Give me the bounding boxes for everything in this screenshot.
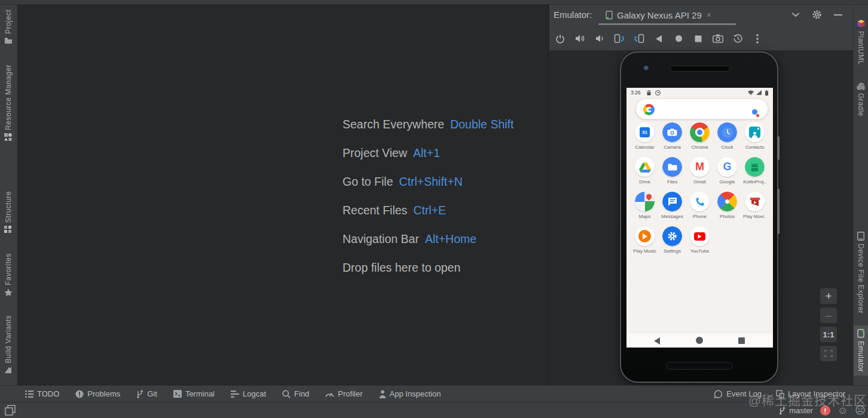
gear-icon[interactable] <box>812 10 822 20</box>
drive-app-icon <box>635 157 655 177</box>
sidebar-item-device-file-explorer[interactable]: Device File Explorer <box>854 232 868 314</box>
emulator-zoom-controls: + – 1:1 <box>818 288 839 361</box>
toolwindow-event-log[interactable]: Event Log <box>714 389 762 398</box>
zoom-out-button[interactable]: – <box>820 308 837 323</box>
app-drive[interactable]: Drive <box>631 156 659 190</box>
app-label: Maps <box>639 214 651 219</box>
youtube-app-icon <box>690 226 710 246</box>
actual-size-button[interactable]: 1:1 <box>820 327 837 342</box>
maps-app-icon: G <box>635 192 655 211</box>
folder-icon <box>4 37 13 44</box>
app-label: KotlinProj.. <box>743 179 766 185</box>
assistant-mic-icon[interactable] <box>752 106 759 117</box>
happy-face-icon[interactable]: ☺ <box>838 405 848 416</box>
app-inspection-icon <box>379 390 386 398</box>
toolwindow-terminal[interactable]: Terminal <box>173 389 215 398</box>
toolwindow-problems[interactable]: Problems <box>75 389 120 398</box>
app-google[interactable]: G Google <box>714 156 741 190</box>
google-search-bar[interactable] <box>635 99 768 119</box>
volume-up-icon[interactable] <box>574 33 586 45</box>
app-play-music[interactable]: Play Music <box>631 225 659 260</box>
toolwindow-find[interactable]: Find <box>282 389 309 398</box>
toolwindow-layout-inspector[interactable]: Layout Inspector <box>776 389 845 398</box>
toolwindow-git[interactable]: Git <box>136 389 157 398</box>
app-label: Camera <box>664 145 680 150</box>
app-play-movies[interactable]: Play Movi.. <box>741 190 769 225</box>
app-files[interactable]: Files <box>659 156 686 190</box>
sidebar-item-structure[interactable]: Structure <box>0 191 16 233</box>
toolwindow-profiler[interactable]: Profiler <box>325 389 362 398</box>
app-kotlinproj[interactable]: KotlinProj.. <box>741 156 769 190</box>
app-photos[interactable]: Photos <box>714 190 741 225</box>
rotate-right-icon[interactable] <box>633 33 645 45</box>
app-label: Chrome <box>691 145 708 150</box>
app-calendar[interactable]: 31 Calendar <box>631 121 659 156</box>
profiler-icon <box>325 391 334 397</box>
sidebar-item-build-variants[interactable]: Build Variants <box>0 315 16 374</box>
drop-files-hint: Drop files here to open <box>343 253 460 282</box>
build-variants-icon <box>4 366 12 374</box>
sidebar-item-project[interactable]: Project <box>0 10 16 44</box>
app-chrome[interactable]: Chrome <box>686 121 714 156</box>
editor-area[interactable]: Search EverywhereDouble Shift Project Vi… <box>17 5 548 385</box>
app-phone[interactable]: Phone <box>686 190 714 225</box>
problems-icon <box>75 390 84 398</box>
volume-down-icon[interactable] <box>594 33 606 45</box>
app-settings[interactable]: Settings <box>659 225 686 260</box>
toolwindow-todo[interactable]: TODO <box>25 389 59 398</box>
toolwindow-app-inspection[interactable]: App Inspection <box>379 389 441 398</box>
sidebar-item-gradle[interactable]: Gradle <box>854 82 868 116</box>
git-branch-widget[interactable]: master <box>779 406 813 415</box>
sidebar-item-emulator[interactable]: Emulator <box>854 325 868 376</box>
toolwindow-label: Profiler <box>338 389 362 398</box>
back-icon[interactable] <box>654 337 660 345</box>
sidebar-item-favorites[interactable]: Favorites <box>0 253 16 297</box>
screenshot-icon[interactable] <box>712 33 724 45</box>
toolwindow-label: App Inspection <box>390 389 441 398</box>
toolwindow-logcat[interactable]: Logcat <box>231 389 266 398</box>
overview-icon[interactable] <box>692 33 704 45</box>
chevron-down-icon[interactable] <box>791 12 800 17</box>
app-gmail[interactable]: M Gmail <box>686 156 714 190</box>
gmail-app-icon: M <box>690 157 710 177</box>
app-youtube[interactable]: YouTube <box>686 225 714 260</box>
build-variants-tab-label: Build Variants <box>4 315 13 363</box>
back-icon[interactable] <box>653 33 665 45</box>
sad-face-icon[interactable]: ☹ <box>855 405 866 416</box>
recents-icon[interactable] <box>738 337 745 344</box>
status-time: 3:26 <box>631 90 641 96</box>
close-icon[interactable]: × <box>707 10 711 20</box>
google-g-logo-icon <box>643 104 655 115</box>
messages-app-icon <box>662 192 682 211</box>
lock-icon <box>647 90 651 96</box>
emulator-tab-label: Emulator <box>857 341 865 372</box>
emulator-phone-icon <box>857 329 865 338</box>
home-icon[interactable] <box>673 33 684 45</box>
app-maps[interactable]: G Maps <box>631 190 659 225</box>
more-kebab-icon[interactable] <box>751 33 763 45</box>
emulator-screen[interactable]: 3:26 <box>626 88 773 348</box>
sidebar-item-plantuml[interactable]: PlantUML <box>854 19 868 65</box>
app-camera[interactable]: Camera <box>659 121 686 156</box>
toolwindow-switcher-icon[interactable] <box>5 405 16 416</box>
fit-window-icon[interactable] <box>820 346 837 361</box>
search-icon <box>282 390 291 398</box>
emulator-device-tab[interactable]: Galaxy Nexus API 29 × <box>601 5 716 25</box>
app-contacts[interactable]: Contacts <box>741 121 769 156</box>
emulator-toolbar <box>549 27 853 51</box>
zoom-in-button[interactable]: + <box>820 288 837 304</box>
sidebar-item-resource-manager[interactable]: Resource Manager <box>0 64 16 141</box>
home-icon[interactable] <box>696 337 703 344</box>
signal-icon <box>756 90 762 95</box>
project-tab-label: Project <box>4 10 13 34</box>
snapshot-restore-icon[interactable] <box>732 33 744 45</box>
power-icon[interactable] <box>554 33 566 45</box>
error-badge[interactable]: ! <box>820 405 830 416</box>
minimize-icon[interactable] <box>834 14 842 16</box>
device-tab-title: Galaxy Nexus API 29 <box>617 10 702 20</box>
app-clock[interactable]: Clock <box>714 121 741 156</box>
shortcut-keys: Ctrl+E <box>413 196 446 225</box>
shortcut-label: Go to File <box>343 167 393 196</box>
rotate-left-icon[interactable] <box>613 33 625 45</box>
app-messages[interactable]: Messages <box>659 190 686 225</box>
